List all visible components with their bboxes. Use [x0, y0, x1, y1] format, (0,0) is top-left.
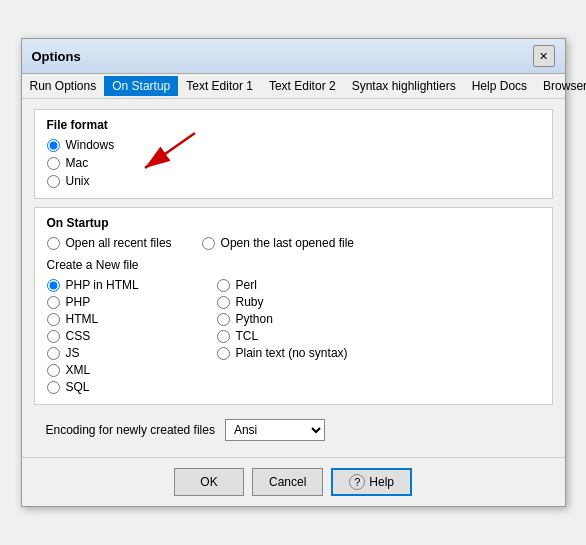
new-file-perl-radio[interactable] — [217, 279, 230, 292]
new-file-ruby[interactable]: Ruby — [217, 295, 377, 309]
file-format-windows[interactable]: Windows — [47, 138, 540, 152]
menu-item-on-startup[interactable]: On Startup — [104, 76, 178, 96]
menu-item-text-editor-1[interactable]: Text Editor 1 — [178, 76, 261, 96]
menu-item-run-options[interactable]: Run Options — [22, 76, 105, 96]
help-label: Help — [369, 475, 394, 489]
footer: OK Cancel ? Help — [22, 457, 565, 506]
help-button[interactable]: ? Help — [331, 468, 412, 496]
new-file-js[interactable]: JS — [47, 346, 207, 360]
new-file-tcl[interactable]: TCL — [217, 329, 377, 343]
menu-item-help-docs[interactable]: Help Docs — [464, 76, 535, 96]
new-file-tcl-radio[interactable] — [217, 330, 230, 343]
new-file-plain-text[interactable]: Plain text (no syntax) — [217, 346, 377, 360]
open-all-recent[interactable]: Open all recent files — [47, 236, 172, 250]
file-format-section: File format Windows Mac Unix — [34, 109, 553, 199]
new-file-sql-radio[interactable] — [47, 381, 60, 394]
new-file-js-label: JS — [66, 346, 80, 360]
file-format-mac-label: Mac — [66, 156, 89, 170]
open-last-opened-label: Open the last opened file — [221, 236, 354, 250]
new-file-plain-text-radio[interactable] — [217, 347, 230, 360]
new-file-html[interactable]: HTML — [47, 312, 207, 326]
new-file-css-radio[interactable] — [47, 330, 60, 343]
new-file-ruby-label: Ruby — [236, 295, 264, 309]
new-file-sql[interactable]: SQL — [47, 380, 207, 394]
open-last-opened[interactable]: Open the last opened file — [202, 236, 354, 250]
file-format-mac[interactable]: Mac — [47, 156, 540, 170]
new-file-python-label: Python — [236, 312, 273, 326]
on-startup-section: On Startup Open all recent files Open th… — [34, 207, 553, 405]
new-file-html-radio[interactable] — [47, 313, 60, 326]
new-file-css-label: CSS — [66, 329, 91, 343]
help-icon: ? — [349, 474, 365, 490]
new-file-xml-radio[interactable] — [47, 364, 60, 377]
startup-options-row: Open all recent files Open the last open… — [47, 236, 540, 250]
file-format-unix-label: Unix — [66, 174, 90, 188]
on-startup-label: On Startup — [47, 216, 540, 230]
file-format-windows-radio[interactable] — [47, 139, 60, 152]
menu-bar: Run OptionsOn StartupText Editor 1Text E… — [22, 74, 565, 99]
open-last-opened-radio[interactable] — [202, 237, 215, 250]
file-format-mac-radio[interactable] — [47, 157, 60, 170]
new-file-php-html-label: PHP in HTML — [66, 278, 139, 292]
new-file-perl[interactable]: Perl — [217, 278, 377, 292]
new-file-sql-label: SQL — [66, 380, 90, 394]
file-format-unix-radio[interactable] — [47, 175, 60, 188]
encoding-select[interactable]: Ansi UTF-8 UTF-16 Latin-1 — [225, 419, 325, 441]
cancel-button[interactable]: Cancel — [252, 468, 323, 496]
main-content: File format Windows Mac Unix — [22, 99, 565, 457]
new-file-php-label: PHP — [66, 295, 91, 309]
new-file-ruby-radio[interactable] — [217, 296, 230, 309]
open-all-recent-radio[interactable] — [47, 237, 60, 250]
title-bar-controls: ✕ — [533, 45, 555, 67]
new-file-php[interactable]: PHP — [47, 295, 207, 309]
new-file-php-html-radio[interactable] — [47, 279, 60, 292]
file-format-windows-label: Windows — [66, 138, 115, 152]
menu-item-browsers[interactable]: Browsers — [535, 76, 586, 96]
file-format-unix[interactable]: Unix — [47, 174, 540, 188]
menu-item-text-editor-2[interactable]: Text Editor 2 — [261, 76, 344, 96]
encoding-label: Encoding for newly created files — [46, 423, 215, 437]
file-format-radio-group: Windows Mac Unix — [47, 138, 540, 188]
options-window: Options ✕ Run OptionsOn StartupText Edit… — [21, 38, 566, 507]
new-file-tcl-label: TCL — [236, 329, 259, 343]
new-file-php-html[interactable]: PHP in HTML — [47, 278, 207, 292]
new-file-xml-label: XML — [66, 363, 91, 377]
create-new-file-label: Create a New file — [47, 258, 540, 272]
new-file-perl-label: Perl — [236, 278, 257, 292]
ok-button[interactable]: OK — [174, 468, 244, 496]
window-title: Options — [32, 49, 81, 64]
new-file-xml[interactable]: XML — [47, 363, 207, 377]
title-bar: Options ✕ — [22, 39, 565, 74]
new-file-options-grid: PHP in HTML Perl PHP Ruby HTML — [47, 278, 540, 394]
menu-item-syntax-highlightiers[interactable]: Syntax highlightiers — [344, 76, 464, 96]
new-file-plain-text-label: Plain text (no syntax) — [236, 346, 348, 360]
file-format-label: File format — [47, 118, 540, 132]
new-file-js-radio[interactable] — [47, 347, 60, 360]
close-button[interactable]: ✕ — [533, 45, 555, 67]
open-all-recent-label: Open all recent files — [66, 236, 172, 250]
new-file-php-radio[interactable] — [47, 296, 60, 309]
new-file-html-label: HTML — [66, 312, 99, 326]
new-file-python[interactable]: Python — [217, 312, 377, 326]
new-file-python-radio[interactable] — [217, 313, 230, 326]
encoding-row: Encoding for newly created files Ansi UT… — [34, 413, 553, 447]
new-file-css[interactable]: CSS — [47, 329, 207, 343]
